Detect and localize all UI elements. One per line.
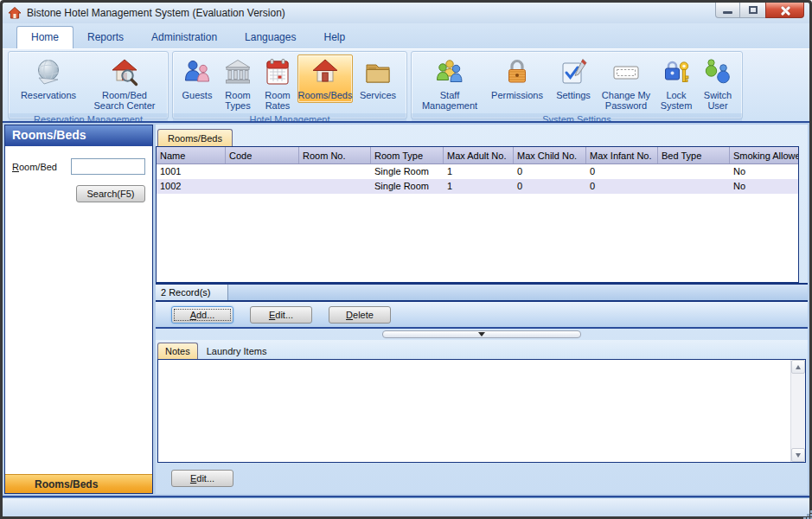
- ribbon-item-settings[interactable]: Settings: [550, 54, 597, 103]
- ribbon-group-hotel-management: Guests Room Types: [172, 51, 407, 119]
- sidebar-title: Rooms/Beds: [5, 125, 152, 146]
- ribbon-item-rooms-beds[interactable]: Rooms/Beds: [297, 54, 353, 103]
- cell-name: 1002: [157, 179, 226, 194]
- ribbon-item-label: Staff Management: [419, 90, 481, 111]
- cell-max-adult: 1: [444, 164, 514, 179]
- status-bar: [3, 497, 809, 516]
- ribbon-item-label: Switch User: [700, 90, 735, 111]
- cell-max-adult: 1: [444, 179, 514, 194]
- close-button[interactable]: [765, 3, 804, 18]
- ribbon-item-label: Permissions: [491, 90, 543, 100]
- main-area: Rooms/Beds Room/Bed Search(F5) Rooms/Bed…: [3, 121, 809, 497]
- column-header-room-type[interactable]: Room Type: [371, 147, 444, 163]
- cell-name: 1001: [157, 164, 226, 179]
- ribbon-item-services[interactable]: Services: [353, 54, 403, 103]
- tab-help[interactable]: Help: [310, 27, 359, 48]
- ribbon: Reservations Room/Bed Search Center Rese…: [3, 48, 809, 121]
- cell-room-no: [299, 164, 371, 179]
- ribbon-item-label: Services: [360, 90, 396, 100]
- switch-user-icon: [702, 57, 733, 88]
- notes-edit-button[interactable]: Edit...: [171, 470, 233, 487]
- room-bed-search-input[interactable]: [71, 158, 145, 175]
- ribbon-item-switch-user[interactable]: Switch User: [697, 54, 738, 113]
- tab-administration[interactable]: Administration: [137, 27, 231, 48]
- table-header-row: Name Code Room No. Room Type Max Adult N…: [157, 147, 798, 164]
- lock-key-icon: [661, 57, 692, 88]
- settings-icon: [558, 57, 589, 88]
- record-count-bar: 2 Record(s): [156, 283, 808, 302]
- maximize-icon: [749, 6, 758, 14]
- table-row[interactable]: 1001 Single Room 1 0 0 No: [157, 164, 798, 179]
- ribbon-group-system-settings: Staff Management Permissions: [411, 51, 743, 119]
- column-header-max-adult[interactable]: Max Adult No.: [444, 147, 514, 163]
- cell-bed-type: [658, 164, 730, 179]
- tab-laundry-items[interactable]: Laundry Items: [200, 343, 274, 359]
- column-header-max-child[interactable]: Max Child No.: [514, 147, 586, 163]
- ribbon-item-room-types[interactable]: Room Types: [218, 54, 258, 113]
- ribbon-item-label: Room Types: [221, 90, 254, 111]
- sidebar-empty-space: [5, 202, 152, 474]
- cell-room-no: [299, 179, 371, 194]
- ribbon-item-room-bed-search-center[interactable]: Room/Bed Search Center: [85, 54, 164, 113]
- notes-panel: [157, 359, 806, 463]
- splitter-row: [156, 329, 808, 340]
- column-header-code[interactable]: Code: [226, 147, 299, 163]
- table-row[interactable]: 1002 Single Room 1 0 0 No: [157, 179, 798, 194]
- column-header-bed-type[interactable]: Bed Type: [658, 147, 730, 163]
- cell-code: [226, 164, 299, 179]
- cell-bed-type: [658, 179, 730, 194]
- cell-max-infant: 0: [586, 179, 658, 194]
- tab-notes[interactable]: Notes: [157, 343, 198, 359]
- tab-reports[interactable]: Reports: [74, 27, 137, 48]
- ribbon-item-change-my-password[interactable]: Change My Password: [597, 54, 655, 113]
- house-icon: [8, 6, 22, 20]
- column-header-max-infant[interactable]: Max Infant No.: [586, 147, 658, 163]
- scroll-down-icon[interactable]: [791, 448, 805, 462]
- notes-scrollbar[interactable]: [790, 360, 805, 462]
- cell-max-child: 0: [514, 164, 586, 179]
- close-icon: [780, 5, 790, 16]
- maximize-button[interactable]: [740, 3, 765, 18]
- sidebar-item-rooms-beds[interactable]: Rooms/Beds: [5, 474, 152, 493]
- table-actions: Add... Edit... Delete: [156, 302, 808, 329]
- minimize-button[interactable]: [715, 3, 740, 18]
- ribbon-item-label: Settings: [556, 90, 591, 100]
- notes-textarea[interactable]: [158, 360, 790, 462]
- tab-languages[interactable]: Languages: [231, 27, 310, 48]
- house-search-icon: [109, 57, 140, 88]
- cell-max-infant: 0: [586, 164, 658, 179]
- cell-max-child: 0: [514, 179, 586, 194]
- tab-home[interactable]: Home: [16, 26, 74, 48]
- scroll-up-icon[interactable]: [791, 360, 805, 374]
- ribbon-item-permissions[interactable]: Permissions: [484, 54, 550, 103]
- resize-grip-icon[interactable]: [803, 510, 806, 513]
- cell-room-type: Single Room: [371, 164, 444, 179]
- sidebar: Rooms/Beds Room/Bed Search(F5) Rooms/Bed…: [4, 125, 153, 494]
- password-icon: [611, 57, 642, 88]
- column-header-name[interactable]: Name: [157, 147, 226, 163]
- cell-smoking-allowed: No: [730, 164, 798, 179]
- menu-bar: Home Reports Administration Languages He…: [3, 23, 809, 48]
- search-button[interactable]: Search(F5): [76, 185, 145, 202]
- ribbon-item-reservations[interactable]: Reservations: [12, 54, 85, 103]
- ribbon-item-lock-system[interactable]: Lock System: [655, 54, 697, 113]
- room-bed-label: Room/Bed: [12, 162, 57, 172]
- delete-button[interactable]: Delete: [329, 306, 391, 324]
- padlock-icon: [502, 57, 533, 88]
- chevron-down-icon: [478, 332, 485, 336]
- calendar-icon: [262, 57, 293, 88]
- ribbon-item-guests[interactable]: Guests: [176, 54, 218, 103]
- detail-tabs: Notes Laundry Items: [156, 340, 808, 359]
- tab-rooms-beds[interactable]: Rooms/Beds: [157, 129, 233, 146]
- guests-icon: [182, 57, 213, 88]
- column-header-room-no[interactable]: Room No.: [299, 147, 371, 163]
- column-header-smoking-allowed[interactable]: Smoking Allowed: [730, 147, 798, 163]
- app-window: Bistone Hotel Management System (Evaluat…: [0, 0, 812, 519]
- edit-button[interactable]: Edit...: [250, 306, 312, 324]
- ribbon-item-staff-management[interactable]: Staff Management: [415, 54, 484, 113]
- ribbon-item-room-rates[interactable]: Room Rates: [258, 54, 297, 113]
- splitter-handle[interactable]: [382, 330, 581, 338]
- title-bar: Bistone Hotel Management System (Evaluat…: [3, 3, 809, 23]
- add-button[interactable]: Add...: [171, 306, 233, 324]
- content-panel: Rooms/Beds Name Code Room No. Room Type …: [156, 125, 808, 494]
